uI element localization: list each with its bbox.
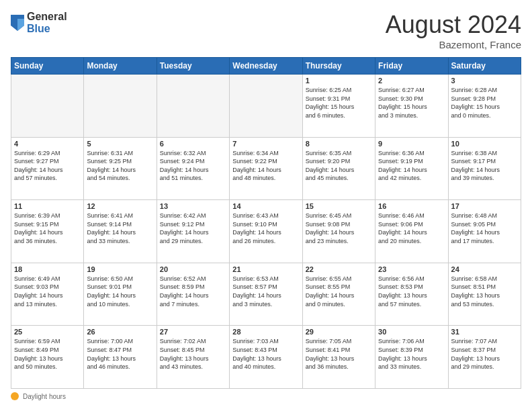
logo: General Blue xyxy=(11,11,67,34)
day-info: Sunrise: 7:05 AM Sunset: 8:41 PM Dayligh… xyxy=(306,337,372,371)
col-thursday: Thursday xyxy=(302,58,375,75)
day-info: Sunrise: 6:38 AM Sunset: 9:17 PM Dayligh… xyxy=(451,149,518,183)
logo-icon xyxy=(11,15,24,31)
calendar-cell: 30Sunrise: 7:06 AM Sunset: 8:39 PM Dayli… xyxy=(375,326,448,389)
day-info: Sunrise: 6:59 AM Sunset: 8:49 PM Dayligh… xyxy=(14,337,81,371)
month-title: August 2024 xyxy=(386,11,521,39)
calendar-cell xyxy=(157,75,229,138)
day-number: 29 xyxy=(306,328,372,336)
day-number: 17 xyxy=(451,202,518,210)
day-info: Sunrise: 6:50 AM Sunset: 9:01 PM Dayligh… xyxy=(87,275,153,308)
calendar-week-2: 11Sunrise: 6:39 AM Sunset: 9:15 PM Dayli… xyxy=(11,200,521,263)
day-info: Sunrise: 6:34 AM Sunset: 9:22 PM Dayligh… xyxy=(232,149,299,183)
day-number: 26 xyxy=(87,328,153,336)
col-tuesday: Tuesday xyxy=(157,58,229,75)
day-number: 11 xyxy=(14,202,81,210)
day-number: 14 xyxy=(232,202,299,210)
day-info: Sunrise: 6:45 AM Sunset: 9:08 PM Dayligh… xyxy=(306,212,372,245)
calendar-cell: 5Sunrise: 6:31 AM Sunset: 9:25 PM Daylig… xyxy=(84,137,157,200)
calendar-cell: 21Sunrise: 6:53 AM Sunset: 8:57 PM Dayli… xyxy=(230,263,302,326)
header: General Blue August 2024 Bazemont, Franc… xyxy=(11,11,521,50)
calendar-cell: 29Sunrise: 7:05 AM Sunset: 8:41 PM Dayli… xyxy=(302,326,375,389)
day-number: 21 xyxy=(232,265,299,273)
calendar-cell: 7Sunrise: 6:34 AM Sunset: 9:22 PM Daylig… xyxy=(230,137,302,200)
day-number: 15 xyxy=(306,202,372,210)
calendar-cell xyxy=(11,75,84,138)
col-wednesday: Wednesday xyxy=(230,58,302,75)
logo-blue: Blue xyxy=(27,23,67,35)
calendar-week-1: 4Sunrise: 6:29 AM Sunset: 9:27 PM Daylig… xyxy=(11,137,521,200)
calendar-week-3: 18Sunrise: 6:49 AM Sunset: 9:03 PM Dayli… xyxy=(11,263,521,326)
day-info: Sunrise: 6:29 AM Sunset: 9:27 PM Dayligh… xyxy=(14,149,81,183)
calendar-cell: 20Sunrise: 6:52 AM Sunset: 8:59 PM Dayli… xyxy=(157,263,229,326)
day-number: 25 xyxy=(14,328,81,336)
calendar-cell: 13Sunrise: 6:42 AM Sunset: 9:12 PM Dayli… xyxy=(157,200,229,263)
day-info: Sunrise: 6:31 AM Sunset: 9:25 PM Dayligh… xyxy=(87,149,153,183)
day-number: 3 xyxy=(451,77,518,85)
day-number: 8 xyxy=(306,140,372,148)
calendar-table: Sunday Monday Tuesday Wednesday Thursday… xyxy=(11,57,521,389)
calendar-cell: 23Sunrise: 6:56 AM Sunset: 8:53 PM Dayli… xyxy=(375,263,448,326)
day-info: Sunrise: 7:02 AM Sunset: 8:45 PM Dayligh… xyxy=(160,337,226,371)
day-number: 7 xyxy=(232,140,299,148)
day-info: Sunrise: 7:06 AM Sunset: 8:39 PM Dayligh… xyxy=(378,337,445,371)
day-info: Sunrise: 6:56 AM Sunset: 8:53 PM Dayligh… xyxy=(378,275,445,308)
calendar-cell: 18Sunrise: 6:49 AM Sunset: 9:03 PM Dayli… xyxy=(11,263,84,326)
day-number: 19 xyxy=(87,265,153,273)
calendar-cell: 8Sunrise: 6:35 AM Sunset: 9:20 PM Daylig… xyxy=(302,137,375,200)
calendar-cell: 14Sunrise: 6:43 AM Sunset: 9:10 PM Dayli… xyxy=(230,200,302,263)
logo-general: General xyxy=(27,11,67,23)
day-number: 10 xyxy=(451,140,518,148)
calendar-week-0: 1Sunrise: 6:25 AM Sunset: 9:31 PM Daylig… xyxy=(11,75,521,138)
day-number: 4 xyxy=(14,140,81,148)
calendar-cell: 9Sunrise: 6:36 AM Sunset: 9:19 PM Daylig… xyxy=(375,137,448,200)
day-info: Sunrise: 6:28 AM Sunset: 9:28 PM Dayligh… xyxy=(451,86,518,120)
calendar-cell: 4Sunrise: 6:29 AM Sunset: 9:27 PM Daylig… xyxy=(11,137,84,200)
daylight-label: Daylight hours xyxy=(23,393,66,400)
day-info: Sunrise: 6:42 AM Sunset: 9:12 PM Dayligh… xyxy=(160,212,226,245)
day-info: Sunrise: 7:07 AM Sunset: 8:37 PM Dayligh… xyxy=(451,337,518,371)
calendar-cell: 16Sunrise: 6:46 AM Sunset: 9:06 PM Dayli… xyxy=(375,200,448,263)
svg-marker-1 xyxy=(17,19,24,31)
col-sunday: Sunday xyxy=(11,58,84,75)
calendar-cell: 17Sunrise: 6:48 AM Sunset: 9:05 PM Dayli… xyxy=(448,200,521,263)
calendar-cell: 1Sunrise: 6:25 AM Sunset: 9:31 PM Daylig… xyxy=(302,75,375,138)
calendar-cell: 12Sunrise: 6:41 AM Sunset: 9:14 PM Dayli… xyxy=(84,200,157,263)
calendar-cell xyxy=(230,75,302,138)
day-number: 18 xyxy=(14,265,81,273)
calendar-cell: 31Sunrise: 7:07 AM Sunset: 8:37 PM Dayli… xyxy=(448,326,521,389)
day-number: 13 xyxy=(160,202,226,210)
day-info: Sunrise: 6:36 AM Sunset: 9:19 PM Dayligh… xyxy=(378,149,445,183)
location: Bazemont, France xyxy=(386,39,521,50)
day-info: Sunrise: 6:39 AM Sunset: 9:15 PM Dayligh… xyxy=(14,212,81,245)
calendar-cell: 6Sunrise: 6:32 AM Sunset: 9:24 PM Daylig… xyxy=(157,137,229,200)
sun-icon xyxy=(11,392,19,400)
day-number: 2 xyxy=(378,77,445,85)
day-number: 24 xyxy=(451,265,518,273)
col-friday: Friday xyxy=(375,58,448,75)
day-info: Sunrise: 6:52 AM Sunset: 8:59 PM Dayligh… xyxy=(160,275,226,308)
calendar-cell: 19Sunrise: 6:50 AM Sunset: 9:01 PM Dayli… xyxy=(84,263,157,326)
calendar-header-row: Sunday Monday Tuesday Wednesday Thursday… xyxy=(11,58,521,75)
day-number: 5 xyxy=(87,140,153,148)
day-number: 9 xyxy=(378,140,445,148)
day-info: Sunrise: 6:41 AM Sunset: 9:14 PM Dayligh… xyxy=(87,212,153,245)
day-info: Sunrise: 7:00 AM Sunset: 8:47 PM Dayligh… xyxy=(87,337,153,371)
col-saturday: Saturday xyxy=(448,58,521,75)
calendar-cell: 3Sunrise: 6:28 AM Sunset: 9:28 PM Daylig… xyxy=(448,75,521,138)
day-info: Sunrise: 6:32 AM Sunset: 9:24 PM Dayligh… xyxy=(160,149,226,183)
calendar-cell: 2Sunrise: 6:27 AM Sunset: 9:30 PM Daylig… xyxy=(375,75,448,138)
day-info: Sunrise: 6:25 AM Sunset: 9:31 PM Dayligh… xyxy=(306,86,372,120)
calendar-cell: 25Sunrise: 6:59 AM Sunset: 8:49 PM Dayli… xyxy=(11,326,84,389)
day-number: 12 xyxy=(87,202,153,210)
day-number: 30 xyxy=(378,328,445,336)
calendar-cell: 10Sunrise: 6:38 AM Sunset: 9:17 PM Dayli… xyxy=(448,137,521,200)
day-number: 23 xyxy=(378,265,445,273)
calendar-cell xyxy=(84,75,157,138)
title-block: August 2024 Bazemont, France xyxy=(386,11,521,50)
day-number: 28 xyxy=(232,328,299,336)
calendar-week-4: 25Sunrise: 6:59 AM Sunset: 8:49 PM Dayli… xyxy=(11,326,521,389)
calendar-cell: 15Sunrise: 6:45 AM Sunset: 9:08 PM Dayli… xyxy=(302,200,375,263)
calendar-cell: 11Sunrise: 6:39 AM Sunset: 9:15 PM Dayli… xyxy=(11,200,84,263)
day-info: Sunrise: 6:46 AM Sunset: 9:06 PM Dayligh… xyxy=(378,212,445,245)
